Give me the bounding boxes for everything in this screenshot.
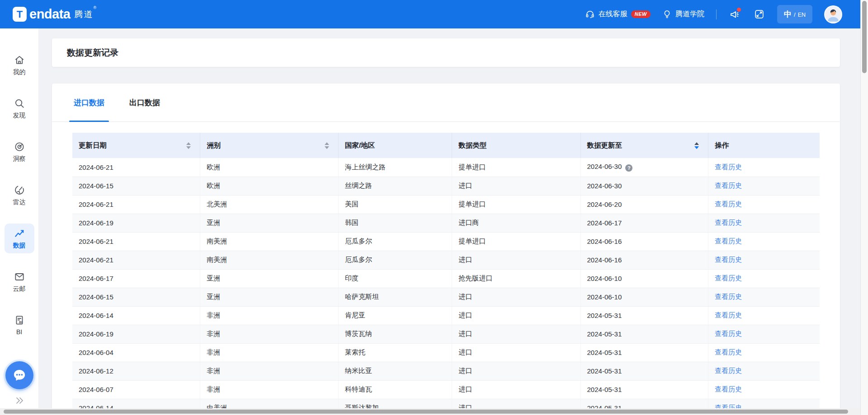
view-history-link[interactable]: 查看历史 bbox=[715, 293, 742, 300]
cell-country: 海上丝绸之路 bbox=[338, 158, 452, 177]
cell-data-type: 提单进口 bbox=[452, 232, 580, 251]
cell-continent: 欧洲 bbox=[200, 158, 339, 177]
cell-update-date: 2024-06-19 bbox=[72, 325, 200, 343]
user-avatar[interactable] bbox=[824, 5, 842, 23]
brand-name: endata bbox=[29, 7, 70, 22]
left-sidebar: 我的 发现 洞察 雷达 bbox=[0, 28, 39, 415]
cell-update-date: 2024-06-15 bbox=[72, 177, 200, 195]
brand-mark-icon: T bbox=[13, 7, 27, 22]
col-continent[interactable]: 洲别 bbox=[200, 133, 339, 158]
cell-data-type: 进口 bbox=[452, 362, 580, 380]
sidebar-item-radar[interactable]: 雷达 bbox=[5, 180, 34, 210]
sort-carets-icon[interactable] bbox=[325, 142, 329, 149]
col-updated-to[interactable]: 数据更新至 bbox=[580, 133, 708, 158]
cell-updated-to: 2024-05-31 bbox=[580, 306, 708, 325]
view-history-link[interactable]: 查看历史 bbox=[715, 348, 742, 356]
view-history-link[interactable]: 查看历史 bbox=[715, 182, 742, 189]
cell-action: 查看历史 bbox=[708, 251, 820, 269]
table-container: 更新日期 洲别 国家/地区 数据类型 bbox=[52, 122, 840, 415]
sidebar-label: 雷达 bbox=[13, 198, 26, 206]
cell-updated-to: 2024-05-31 bbox=[580, 380, 708, 399]
sidebar-item-cloudmail[interactable]: 云邮 bbox=[5, 267, 34, 297]
sidebar-label: 发现 bbox=[13, 112, 26, 120]
sidebar-label: 云邮 bbox=[13, 285, 26, 293]
cell-update-date: 2024-06-21 bbox=[72, 195, 200, 214]
view-history-link[interactable]: 查看历史 bbox=[715, 367, 742, 374]
cell-data-type: 提单进口 bbox=[452, 195, 580, 214]
data-update-card: 进口数据 出口数据 更新日期 洲别 bbox=[52, 84, 840, 415]
cell-continent: 非洲 bbox=[200, 343, 339, 362]
tab-import-data[interactable]: 进口数据 bbox=[74, 84, 104, 121]
cell-country: 肯尼亚 bbox=[338, 306, 452, 325]
sidebar-item-data[interactable]: 数据 bbox=[5, 224, 34, 253]
cell-action: 查看历史 bbox=[708, 306, 820, 325]
view-history-link[interactable]: 查看历史 bbox=[715, 274, 742, 282]
sidebar-item-mine[interactable]: 我的 bbox=[5, 50, 34, 80]
sort-carets-icon-active-desc[interactable] bbox=[694, 142, 699, 149]
online-support-button[interactable]: 在线客服 NEW bbox=[585, 9, 651, 19]
cell-continent: 非洲 bbox=[200, 380, 339, 399]
chat-assistant-button[interactable] bbox=[5, 361, 33, 389]
cell-continent: 欧洲 bbox=[200, 177, 339, 195]
vertical-scrollbar-thumb[interactable] bbox=[862, 1, 867, 73]
cell-updated-to: 2024-06-16 bbox=[580, 251, 708, 269]
table-row: 2024-06-15 亚洲 哈萨克斯坦 进口 2024-06-10 查看历史 bbox=[72, 288, 820, 306]
sort-carets-icon[interactable] bbox=[186, 142, 191, 149]
view-history-link[interactable]: 查看历史 bbox=[715, 330, 742, 337]
horizontal-scrollbar-thumb[interactable] bbox=[4, 410, 848, 414]
cell-country: 丝绸之路 bbox=[338, 177, 452, 195]
table-row: 2024-06-21 北美洲 美国 提单进口 2024-06-20 查看历史 bbox=[72, 195, 820, 214]
cell-action: 查看历史 bbox=[708, 362, 820, 380]
cell-action: 查看历史 bbox=[708, 343, 820, 362]
vertical-scrollbar-track[interactable] bbox=[860, 0, 868, 415]
view-history-link[interactable]: 查看历史 bbox=[715, 311, 742, 319]
cell-update-date: 2024-06-12 bbox=[72, 362, 200, 380]
col-data-type: 数据类型 bbox=[452, 133, 580, 158]
sidebar-collapse-button[interactable] bbox=[14, 396, 25, 405]
col-label: 数据更新至 bbox=[587, 141, 623, 150]
sidebar-item-bi[interactable]: BI BI bbox=[5, 310, 34, 339]
announcements-button[interactable] bbox=[728, 8, 741, 21]
cell-country: 厄瓜多尔 bbox=[338, 251, 452, 269]
view-history-link[interactable]: 查看历史 bbox=[715, 163, 742, 171]
search-icon bbox=[14, 98, 25, 109]
lightbulb-icon bbox=[662, 9, 672, 19]
topbar-divider bbox=[716, 9, 717, 19]
academy-button[interactable]: 腾道学院 bbox=[662, 9, 704, 19]
sidebar-label: 我的 bbox=[13, 68, 26, 76]
cell-action: 查看历史 bbox=[708, 195, 820, 214]
col-label: 国家/地区 bbox=[345, 141, 375, 150]
cell-updated-to: 2024-06-30? bbox=[580, 158, 708, 177]
col-country: 国家/地区 bbox=[338, 133, 452, 158]
view-history-link[interactable]: 查看历史 bbox=[715, 385, 742, 393]
headset-icon bbox=[585, 9, 595, 19]
cell-country: 纳米比亚 bbox=[338, 362, 452, 380]
col-label: 数据类型 bbox=[458, 141, 486, 150]
cell-updated-to: 2024-06-30 bbox=[580, 177, 708, 195]
insight-gauge-icon bbox=[14, 141, 25, 153]
topbar-right-group: 在线客服 NEW 腾道学院 bbox=[585, 5, 842, 23]
horizontal-scrollbar-track[interactable] bbox=[0, 408, 860, 415]
brand-logo[interactable]: T endata 腾道® bbox=[13, 7, 97, 22]
cell-continent: 非洲 bbox=[200, 362, 339, 380]
sidebar-item-discover[interactable]: 发现 bbox=[5, 93, 34, 123]
table-row: 2024-06-21 南美洲 厄瓜多尔 提单进口 2024-06-16 查看历史 bbox=[72, 232, 820, 251]
tab-export-data[interactable]: 出口数据 bbox=[129, 84, 160, 121]
view-history-link[interactable]: 查看历史 bbox=[715, 237, 742, 245]
cell-action: 查看历史 bbox=[708, 158, 820, 177]
table-row: 2024-06-21 欧洲 海上丝绸之路 提单进口 2024-06-30? 查看… bbox=[72, 158, 820, 177]
app-window: T endata 腾道® 在线客服 NEW bbox=[0, 0, 868, 415]
language-switch-button[interactable]: 中 / EN bbox=[777, 5, 812, 23]
view-history-link[interactable]: 查看历史 bbox=[715, 200, 742, 208]
cell-updated-to: 2024-06-10 bbox=[580, 269, 708, 288]
fullscreen-button[interactable] bbox=[753, 8, 765, 21]
sidebar-item-insight[interactable]: 洞察 bbox=[5, 137, 34, 167]
cell-update-date: 2024-06-21 bbox=[72, 251, 200, 269]
cell-action: 查看历史 bbox=[708, 269, 820, 288]
table-row: 2024-06-14 非洲 肯尼亚 进口 2024-05-31 查看历史 bbox=[72, 306, 820, 325]
help-icon[interactable]: ? bbox=[625, 164, 632, 172]
col-update-date[interactable]: 更新日期 bbox=[72, 133, 200, 158]
cell-updated-to: 2024-05-31 bbox=[580, 325, 708, 343]
view-history-link[interactable]: 查看历史 bbox=[715, 219, 742, 226]
view-history-link[interactable]: 查看历史 bbox=[715, 256, 742, 263]
